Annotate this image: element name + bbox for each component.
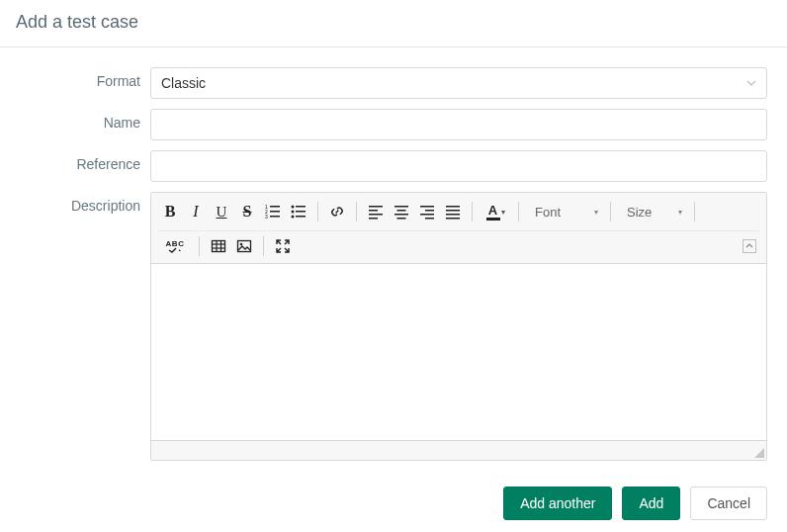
size-combo-label: Size (627, 205, 652, 220)
description-label: Description (0, 192, 150, 214)
resize-grip[interactable] (754, 448, 764, 458)
link-button[interactable] (324, 199, 350, 224)
name-label: Name (0, 109, 150, 131)
format-label: Format (0, 67, 150, 89)
caret-icon: ▾ (678, 208, 682, 217)
caret-icon: ▾ (501, 208, 505, 217)
svg-rect-5 (270, 216, 280, 218)
svg-rect-33 (238, 241, 251, 252)
bold-button[interactable]: B (157, 199, 183, 224)
text-color-button[interactable]: A ▾ (479, 199, 512, 224)
svg-rect-23 (425, 218, 434, 220)
maximize-button[interactable] (270, 233, 296, 259)
svg-rect-26 (446, 214, 460, 216)
underline-button[interactable]: U (209, 199, 234, 224)
form: Format Classic Name Reference Descriptio… (0, 47, 787, 461)
svg-rect-28 (213, 241, 225, 252)
table-button[interactable] (206, 233, 231, 259)
editor-toolbar: B I U S 123 (151, 193, 766, 264)
align-justify-button[interactable] (440, 199, 466, 224)
toolbar-separator (356, 202, 357, 222)
align-center-button[interactable] (389, 199, 414, 224)
editor-body[interactable] (151, 264, 766, 440)
svg-point-10 (292, 216, 295, 219)
svg-rect-11 (296, 216, 306, 218)
reference-label: Reference (0, 150, 150, 172)
toolbar-separator (199, 236, 200, 256)
svg-text:3: 3 (265, 214, 268, 220)
font-combo-label: Font (535, 205, 561, 220)
svg-rect-7 (296, 206, 306, 208)
unordered-list-button[interactable] (286, 199, 311, 224)
svg-rect-15 (369, 218, 378, 220)
page-title: Add a test case (16, 12, 771, 33)
svg-rect-17 (397, 210, 406, 212)
svg-point-34 (240, 243, 243, 246)
svg-rect-22 (420, 214, 434, 216)
caret-icon: ▾ (594, 208, 598, 217)
toolbar-separator (518, 202, 519, 222)
svg-rect-1 (270, 206, 280, 208)
svg-rect-19 (397, 218, 406, 220)
toolbar-separator (472, 202, 473, 222)
svg-rect-13 (369, 210, 378, 212)
rich-text-editor: B I U S 123 (150, 192, 767, 461)
format-select[interactable]: Classic (150, 67, 767, 99)
svg-rect-18 (394, 214, 408, 216)
toolbar-separator (263, 236, 264, 256)
strikethrough-button[interactable]: S (234, 199, 260, 224)
svg-rect-14 (369, 214, 383, 216)
svg-rect-16 (394, 206, 408, 208)
svg-point-6 (292, 206, 295, 209)
reference-input[interactable] (150, 150, 767, 182)
collapse-toolbar-button[interactable] (743, 239, 756, 253)
align-left-button[interactable] (363, 199, 389, 224)
svg-rect-20 (420, 206, 434, 208)
toolbar-separator (317, 202, 318, 222)
svg-rect-3 (270, 211, 280, 213)
ordered-list-button[interactable]: 123 (260, 199, 286, 224)
add-button[interactable]: Add (622, 487, 680, 520)
cancel-button[interactable]: Cancel (690, 487, 767, 520)
spellcheck-button[interactable]: ABC (157, 233, 193, 259)
toolbar-separator (610, 202, 611, 222)
format-value: Classic (161, 75, 206, 91)
image-button[interactable] (231, 233, 257, 259)
svg-rect-9 (296, 211, 306, 213)
add-another-button[interactable]: Add another (503, 487, 612, 520)
toolbar-separator (694, 202, 695, 222)
svg-rect-24 (446, 206, 460, 208)
svg-rect-25 (446, 210, 460, 212)
size-combo[interactable]: Size ▾ (617, 199, 688, 224)
actions-bar: Add another Add Cancel (0, 471, 787, 520)
chevron-down-icon (746, 78, 756, 88)
svg-point-8 (292, 211, 295, 214)
svg-rect-21 (425, 210, 434, 212)
svg-rect-12 (369, 206, 383, 208)
align-right-button[interactable] (414, 199, 440, 224)
font-combo[interactable]: Font ▾ (525, 199, 604, 224)
italic-button[interactable]: I (183, 199, 209, 224)
name-input[interactable] (150, 109, 767, 140)
editor-footer (151, 440, 766, 460)
svg-rect-27 (446, 218, 460, 220)
